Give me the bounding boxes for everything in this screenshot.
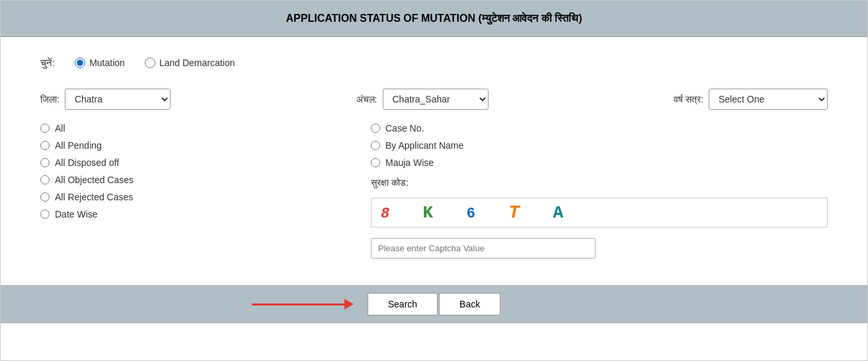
land-demarcation-label: Land Demarcation (159, 58, 235, 68)
arrow-head (344, 299, 354, 309)
circle-select[interactable]: Chatra_Sahar (383, 89, 489, 110)
radio-all-pending-input[interactable] (40, 141, 50, 150)
captcha-char-3: 6 (467, 206, 481, 222)
page-title: APPLICATION STATUS OF MUTATION (म्युटेशन… (286, 13, 582, 24)
radio-all-disposed[interactable]: All Disposed off (40, 157, 371, 168)
search-button[interactable]: Search (368, 293, 438, 315)
radio-all-label: All (55, 123, 65, 134)
radio-all-rejected[interactable]: All Rejected Cases (40, 192, 371, 202)
radio-date-wise-input[interactable] (40, 210, 50, 219)
radio-mauja-wise-label: Mauja Wise (385, 157, 434, 168)
radio-all-rejected-input[interactable] (40, 192, 50, 202)
radio-all-disposed-input[interactable] (40, 158, 50, 167)
radio-all-disposed-label: All Disposed off (55, 157, 119, 168)
security-code-label: सुरक्षा कोड: (371, 177, 828, 188)
radio-all-pending-label: All Pending (55, 140, 102, 151)
radio-case-no[interactable]: Case No. (371, 123, 828, 134)
circle-label: अंचल: (356, 94, 377, 105)
radio-all-rejected-label: All Rejected Cases (55, 192, 133, 202)
district-label: जिला: (40, 94, 59, 105)
radio-all-input[interactable] (40, 124, 50, 133)
radio-date-wise-label: Date Wise (55, 209, 98, 220)
radio-mauja-wise[interactable]: Mauja Wise (371, 157, 828, 168)
page-header: APPLICATION STATUS OF MUTATION (म्युटेशन… (1, 1, 867, 37)
captcha-char-2: K (423, 203, 439, 223)
year-label: वर्ष सत्र: (674, 94, 703, 105)
radio-all-objected[interactable]: All Objected Cases (40, 175, 371, 185)
captcha-input[interactable] (371, 238, 596, 259)
district-group: जिला: Chatra (40, 89, 171, 110)
circle-group: अंचल: Chatra_Sahar (356, 89, 489, 110)
radio-all-pending[interactable]: All Pending (40, 140, 371, 151)
district-select[interactable]: Chatra (65, 89, 171, 110)
radio-all-objected-label: All Objected Cases (55, 175, 134, 185)
year-select[interactable]: Select One (709, 89, 828, 110)
mutation-radio[interactable] (75, 58, 85, 68)
radio-case-no-input[interactable] (371, 124, 380, 133)
arrow-container (252, 299, 354, 309)
left-radio-options: All All Pending All Disposed off All Obj… (40, 123, 371, 259)
mutation-label: Mutation (89, 58, 125, 68)
choose-label: चुनें: (40, 57, 55, 69)
mutation-option[interactable]: Mutation (75, 58, 125, 68)
land-demarcation-radio[interactable] (145, 58, 155, 68)
radio-by-applicant-input[interactable] (371, 141, 380, 150)
radio-all[interactable]: All (40, 123, 371, 134)
captcha-char-4: T (508, 202, 525, 223)
year-group: वर्ष सत्र: Select One (674, 89, 828, 110)
radio-date-wise[interactable]: Date Wise (40, 209, 371, 220)
type-selection-row: चुनें: Mutation Land Demarcation (40, 57, 828, 69)
captcha-char-5: A (553, 203, 569, 223)
radio-mauja-wise-input[interactable] (371, 158, 380, 167)
captcha-image: 8 K 6 T A (371, 198, 828, 227)
back-button[interactable]: Back (439, 293, 500, 315)
captcha-char-1: 8 (381, 206, 395, 222)
footer-bar: Search Back (1, 285, 867, 323)
radio-case-no-label: Case No. (385, 123, 424, 134)
arrow-line (252, 303, 344, 305)
dropdown-row: जिला: Chatra अंचल: Chatra_Sahar वर्ष सत्… (40, 89, 828, 110)
land-demarcation-option[interactable]: Land Demarcation (145, 58, 235, 68)
radio-by-applicant[interactable]: By Applicant Name (371, 140, 828, 151)
main-options: All All Pending All Disposed off All Obj… (40, 123, 828, 259)
right-radio-options: Case No. By Applicant Name Mauja Wise सु… (371, 123, 828, 259)
radio-by-applicant-label: By Applicant Name (385, 140, 463, 151)
content-area: चुनें: Mutation Land Demarcation जिला: C… (1, 37, 867, 272)
main-container: APPLICATION STATUS OF MUTATION (म्युटेशन… (0, 0, 868, 361)
radio-all-objected-input[interactable] (40, 175, 50, 184)
